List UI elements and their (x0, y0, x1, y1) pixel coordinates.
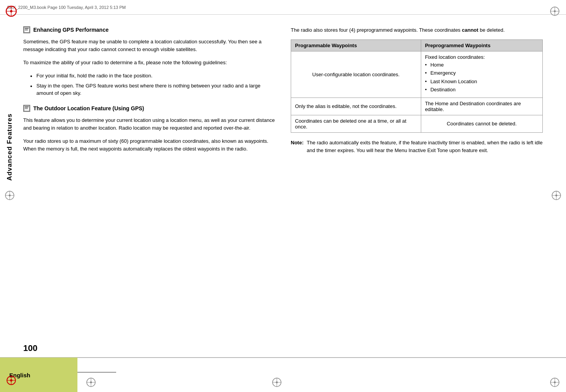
waypoints-table: Programmable Waypoints Preprogrammed Way… (291, 39, 543, 133)
svg-rect-31 (25, 30, 28, 31)
table-cell-1-2: Fixed location coordinates: Home Emergen… (421, 51, 542, 98)
section2-para1: This feature allows you to determine you… (23, 116, 275, 132)
section2-para2: Your radio stores up to a maximum of six… (23, 137, 275, 153)
section1-icon (23, 26, 30, 33)
section1-title: Enhancing GPS Performance (33, 27, 109, 33)
table-cell-2-1: Only the alias is editable, not the coor… (291, 98, 421, 115)
table-cell-3-1: Coordinates can be deleted one at a time… (291, 115, 421, 132)
top-bar-text: SRX_2200_M3.book Page 100 Tuesday, April… (7, 5, 126, 10)
bullet-lastknown: Last Known Location (425, 78, 539, 85)
table-header-col2: Preprogrammed Waypoints (421, 40, 542, 51)
table-cell-3-2: Coordinates cannot be deleted. (421, 115, 542, 132)
bullet-item: Stay in the open. The GPS feature works … (30, 82, 275, 97)
bullet-item: For your initial fix, hold the radio in … (30, 72, 275, 80)
section2-icon (23, 105, 30, 112)
top-bar: SRX_2200_M3.book Page 100 Tuesday, April… (0, 0, 566, 15)
table-cell-1-1: User-configurable location coordinates. (291, 51, 421, 98)
right-column: The radio also stores four (4) preprogra… (291, 19, 543, 353)
right-intro-text: The radio also stores four (4) preprogra… (291, 27, 462, 33)
section1-para2: To maximize the ability of your radio to… (23, 59, 275, 67)
table-header-col1: Programmable Waypoints (291, 40, 421, 51)
right-intro: The radio also stores four (4) preprogra… (291, 26, 543, 34)
section2-title: The Outdoor Location Feature (Using GPS) (33, 105, 144, 111)
bottom-left-reg (5, 375, 17, 387)
svg-rect-29 (25, 28, 29, 29)
table-row-1: User-configurable location coordinates. … (291, 51, 543, 98)
section2-heading: The Outdoor Location Feature (Using GPS) (23, 105, 275, 112)
bullet-destination: Destination (425, 86, 539, 93)
note-text: The radio automatically exits the featur… (307, 139, 543, 154)
sidebar-label: Advanced Features (0, 77, 19, 217)
sidebar-label-text: Advanced Features (6, 113, 14, 181)
table-row-3: Coordinates can be deleted one at a time… (291, 115, 543, 132)
top-left-registration (5, 5, 18, 18)
section1-bullets: For your initial fix, hold the radio in … (30, 72, 275, 97)
right-mid-crosshair (551, 190, 562, 201)
table-cell-2-2: The Home and Destination coordinates are… (421, 98, 542, 115)
svg-rect-34 (25, 108, 28, 108)
bullet-home: Home (425, 62, 539, 68)
svg-rect-30 (25, 29, 28, 29)
note-section: Note: The radio automatically exits the … (291, 139, 543, 154)
svg-rect-35 (25, 108, 28, 109)
bottom-bar: English (0, 357, 566, 392)
left-column: Enhancing GPS Performance Sometimes, the… (23, 19, 275, 353)
bottom-line (77, 372, 116, 373)
table-row-2: Only the alias is editable, not the coor… (291, 98, 543, 115)
section1-heading: Enhancing GPS Performance (23, 26, 275, 33)
main-content: Enhancing GPS Performance Sometimes, the… (23, 19, 543, 353)
top-right-crosshair (549, 5, 561, 17)
bullet-emergency: Emergency (425, 70, 539, 77)
right-intro-bold: cannot (462, 27, 479, 33)
col2-bullet-list: Home Emergency Last Known Location Desti… (425, 62, 539, 93)
right-intro-end: be deleted. (479, 27, 505, 33)
note-label: Note: (291, 139, 304, 154)
section1-para1: Sometimes, the GPS feature may be unable… (23, 38, 275, 53)
col2-title: Fixed location coordinates: (425, 54, 485, 60)
svg-rect-33 (25, 106, 29, 107)
